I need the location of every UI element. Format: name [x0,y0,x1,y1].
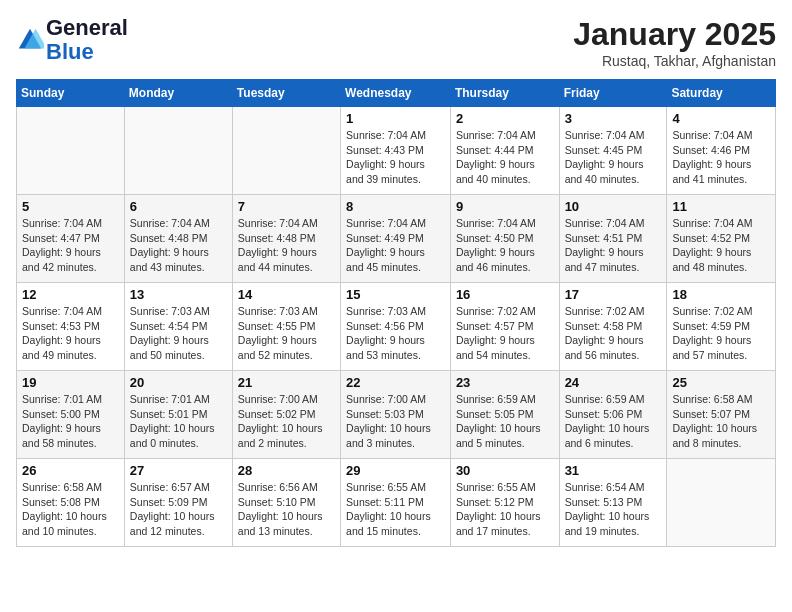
day-info: Sunrise: 7:03 AM Sunset: 4:56 PM Dayligh… [346,304,445,363]
day-info: Sunrise: 6:59 AM Sunset: 5:05 PM Dayligh… [456,392,554,451]
calendar-cell: 1Sunrise: 7:04 AM Sunset: 4:43 PM Daylig… [341,107,451,195]
calendar-cell: 4Sunrise: 7:04 AM Sunset: 4:46 PM Daylig… [667,107,776,195]
day-info: Sunrise: 7:04 AM Sunset: 4:48 PM Dayligh… [130,216,227,275]
day-number: 8 [346,199,445,214]
day-info: Sunrise: 7:04 AM Sunset: 4:52 PM Dayligh… [672,216,770,275]
day-info: Sunrise: 7:00 AM Sunset: 5:03 PM Dayligh… [346,392,445,451]
calendar-cell: 2Sunrise: 7:04 AM Sunset: 4:44 PM Daylig… [450,107,559,195]
day-info: Sunrise: 6:55 AM Sunset: 5:12 PM Dayligh… [456,480,554,539]
day-info: Sunrise: 7:04 AM Sunset: 4:47 PM Dayligh… [22,216,119,275]
day-number: 6 [130,199,227,214]
day-info: Sunrise: 6:58 AM Sunset: 5:07 PM Dayligh… [672,392,770,451]
week-row-5: 26Sunrise: 6:58 AM Sunset: 5:08 PM Dayli… [17,459,776,547]
day-info: Sunrise: 7:04 AM Sunset: 4:45 PM Dayligh… [565,128,662,187]
day-number: 27 [130,463,227,478]
calendar-cell: 14Sunrise: 7:03 AM Sunset: 4:55 PM Dayli… [232,283,340,371]
day-number: 28 [238,463,335,478]
weekday-header-monday: Monday [124,80,232,107]
day-number: 20 [130,375,227,390]
day-number: 14 [238,287,335,302]
calendar-cell: 12Sunrise: 7:04 AM Sunset: 4:53 PM Dayli… [17,283,125,371]
calendar-cell: 25Sunrise: 6:58 AM Sunset: 5:07 PM Dayli… [667,371,776,459]
day-number: 29 [346,463,445,478]
day-number: 4 [672,111,770,126]
day-info: Sunrise: 7:04 AM Sunset: 4:49 PM Dayligh… [346,216,445,275]
day-info: Sunrise: 7:02 AM Sunset: 4:58 PM Dayligh… [565,304,662,363]
day-number: 30 [456,463,554,478]
day-info: Sunrise: 7:00 AM Sunset: 5:02 PM Dayligh… [238,392,335,451]
day-number: 31 [565,463,662,478]
day-info: Sunrise: 6:58 AM Sunset: 5:08 PM Dayligh… [22,480,119,539]
calendar-cell: 6Sunrise: 7:04 AM Sunset: 4:48 PM Daylig… [124,195,232,283]
week-row-4: 19Sunrise: 7:01 AM Sunset: 5:00 PM Dayli… [17,371,776,459]
day-number: 1 [346,111,445,126]
calendar-cell: 22Sunrise: 7:00 AM Sunset: 5:03 PM Dayli… [341,371,451,459]
logo-icon [16,26,44,54]
calendar-cell: 3Sunrise: 7:04 AM Sunset: 4:45 PM Daylig… [559,107,667,195]
calendar-cell: 5Sunrise: 7:04 AM Sunset: 4:47 PM Daylig… [17,195,125,283]
day-number: 24 [565,375,662,390]
day-number: 3 [565,111,662,126]
calendar-cell: 11Sunrise: 7:04 AM Sunset: 4:52 PM Dayli… [667,195,776,283]
title-area: January 2025 Rustaq, Takhar, Afghanistan [573,16,776,69]
calendar-cell: 20Sunrise: 7:01 AM Sunset: 5:01 PM Dayli… [124,371,232,459]
weekday-header-sunday: Sunday [17,80,125,107]
page-header: General Blue January 2025 Rustaq, Takhar… [16,16,776,69]
calendar-cell: 16Sunrise: 7:02 AM Sunset: 4:57 PM Dayli… [450,283,559,371]
calendar-cell [667,459,776,547]
day-info: Sunrise: 6:57 AM Sunset: 5:09 PM Dayligh… [130,480,227,539]
day-info: Sunrise: 7:03 AM Sunset: 4:55 PM Dayligh… [238,304,335,363]
calendar-cell: 9Sunrise: 7:04 AM Sunset: 4:50 PM Daylig… [450,195,559,283]
day-info: Sunrise: 7:04 AM Sunset: 4:43 PM Dayligh… [346,128,445,187]
day-info: Sunrise: 7:04 AM Sunset: 4:48 PM Dayligh… [238,216,335,275]
day-info: Sunrise: 6:59 AM Sunset: 5:06 PM Dayligh… [565,392,662,451]
day-info: Sunrise: 7:04 AM Sunset: 4:50 PM Dayligh… [456,216,554,275]
day-number: 10 [565,199,662,214]
day-number: 9 [456,199,554,214]
weekday-header-wednesday: Wednesday [341,80,451,107]
calendar-cell: 10Sunrise: 7:04 AM Sunset: 4:51 PM Dayli… [559,195,667,283]
day-number: 18 [672,287,770,302]
day-number: 7 [238,199,335,214]
week-row-2: 5Sunrise: 7:04 AM Sunset: 4:47 PM Daylig… [17,195,776,283]
day-info: Sunrise: 6:56 AM Sunset: 5:10 PM Dayligh… [238,480,335,539]
calendar-cell: 23Sunrise: 6:59 AM Sunset: 5:05 PM Dayli… [450,371,559,459]
day-info: Sunrise: 7:04 AM Sunset: 4:51 PM Dayligh… [565,216,662,275]
day-number: 21 [238,375,335,390]
calendar-cell: 29Sunrise: 6:55 AM Sunset: 5:11 PM Dayli… [341,459,451,547]
calendar-cell: 31Sunrise: 6:54 AM Sunset: 5:13 PM Dayli… [559,459,667,547]
day-info: Sunrise: 7:04 AM Sunset: 4:53 PM Dayligh… [22,304,119,363]
calendar-cell: 15Sunrise: 7:03 AM Sunset: 4:56 PM Dayli… [341,283,451,371]
day-info: Sunrise: 7:02 AM Sunset: 4:57 PM Dayligh… [456,304,554,363]
calendar-cell: 8Sunrise: 7:04 AM Sunset: 4:49 PM Daylig… [341,195,451,283]
day-number: 23 [456,375,554,390]
day-number: 5 [22,199,119,214]
day-info: Sunrise: 7:03 AM Sunset: 4:54 PM Dayligh… [130,304,227,363]
month-title: January 2025 [573,16,776,53]
day-number: 25 [672,375,770,390]
day-number: 16 [456,287,554,302]
day-info: Sunrise: 7:04 AM Sunset: 4:44 PM Dayligh… [456,128,554,187]
week-row-3: 12Sunrise: 7:04 AM Sunset: 4:53 PM Dayli… [17,283,776,371]
calendar-cell: 21Sunrise: 7:00 AM Sunset: 5:02 PM Dayli… [232,371,340,459]
day-number: 15 [346,287,445,302]
calendar-cell: 19Sunrise: 7:01 AM Sunset: 5:00 PM Dayli… [17,371,125,459]
calendar-cell [232,107,340,195]
day-number: 2 [456,111,554,126]
day-number: 22 [346,375,445,390]
day-number: 26 [22,463,119,478]
day-number: 13 [130,287,227,302]
day-number: 17 [565,287,662,302]
calendar-cell: 17Sunrise: 7:02 AM Sunset: 4:58 PM Dayli… [559,283,667,371]
day-info: Sunrise: 6:54 AM Sunset: 5:13 PM Dayligh… [565,480,662,539]
day-info: Sunrise: 7:02 AM Sunset: 4:59 PM Dayligh… [672,304,770,363]
logo: General Blue [16,16,128,64]
calendar-cell: 24Sunrise: 6:59 AM Sunset: 5:06 PM Dayli… [559,371,667,459]
location-subtitle: Rustaq, Takhar, Afghanistan [573,53,776,69]
weekday-header-row: SundayMondayTuesdayWednesdayThursdayFrid… [17,80,776,107]
calendar-cell: 27Sunrise: 6:57 AM Sunset: 5:09 PM Dayli… [124,459,232,547]
calendar-cell: 7Sunrise: 7:04 AM Sunset: 4:48 PM Daylig… [232,195,340,283]
weekday-header-friday: Friday [559,80,667,107]
calendar-cell [124,107,232,195]
day-info: Sunrise: 7:01 AM Sunset: 5:01 PM Dayligh… [130,392,227,451]
